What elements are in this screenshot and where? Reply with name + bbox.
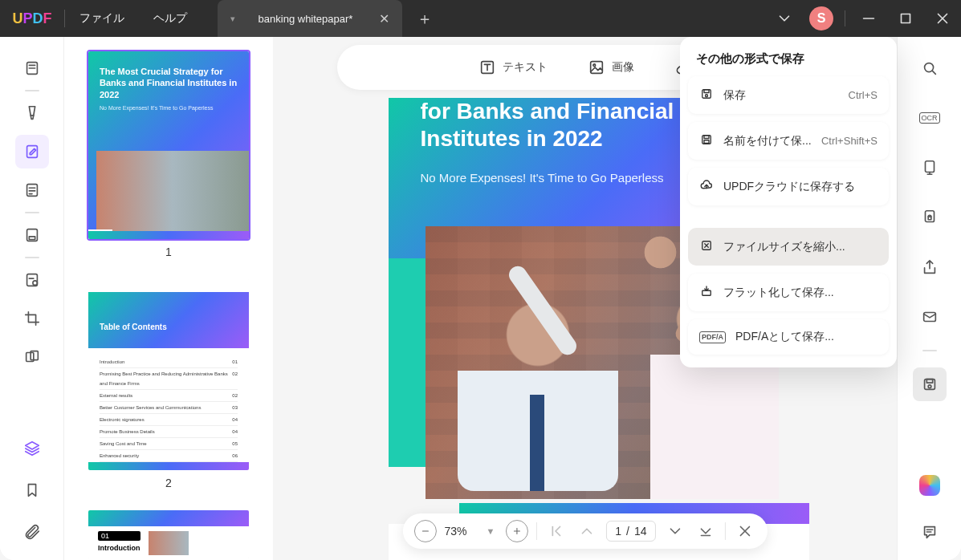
svg-point-45 <box>928 385 931 388</box>
organize-tool-icon[interactable] <box>15 218 49 252</box>
main-document-area: テキスト 画像 その他の形式で保存 保存 Ctrl+S <box>273 37 897 560</box>
image-tool-button[interactable]: 画像 <box>588 59 634 76</box>
edit-tool-icon[interactable] <box>15 135 49 168</box>
window-minimize-button[interactable] <box>850 0 887 37</box>
svg-rect-44 <box>926 379 932 383</box>
zoom-level: 73% <box>444 525 474 538</box>
bottom-toolbar: 73% ▼ 1 / 14 <box>402 513 767 549</box>
text-tool-button[interactable]: テキスト <box>478 59 548 76</box>
share-icon[interactable] <box>913 250 947 284</box>
email-icon[interactable] <box>913 300 947 334</box>
comment-icon[interactable] <box>913 515 947 549</box>
close-toolbar-button[interactable] <box>734 520 756 542</box>
save-other-formats-popover: その他の形式で保存 保存 Ctrl+S 名前を付けて保... Ctrl+Shif… <box>680 37 897 367</box>
attachment-tool-icon[interactable] <box>15 515 49 549</box>
workspace: The Most Crucial Strategy for Banks and … <box>0 37 961 560</box>
zoom-dropdown-icon[interactable]: ▼ <box>483 526 498 536</box>
crop-tool-icon[interactable] <box>15 302 49 335</box>
save-other-icon[interactable] <box>913 367 947 401</box>
bookmark-tool-icon[interactable] <box>15 473 49 507</box>
document-tab[interactable]: ▾ banking whitepapar* ✕ <box>218 0 402 37</box>
compare-tool-icon[interactable] <box>15 340 49 374</box>
thumb2-toc: Introduction01 Promising Best Practice a… <box>88 348 249 472</box>
page-indicator[interactable]: 1 / 14 <box>606 521 655 542</box>
tab-close-icon[interactable]: ✕ <box>376 11 393 26</box>
svg-rect-27 <box>704 140 709 144</box>
left-toolbar <box>0 37 64 560</box>
highlight-tool-icon[interactable] <box>15 96 49 130</box>
window-maximize-button[interactable] <box>887 0 924 37</box>
right-toolbar: OCR <box>897 37 961 560</box>
convert-icon[interactable] <box>913 151 947 185</box>
menu-pdfa[interactable]: PDF/A PDF/Aとして保存... <box>688 319 889 355</box>
menu-reduce-size[interactable]: ファイルサイズを縮小... <box>688 228 889 266</box>
titlebar: UPDF ファイル ヘルプ ▾ banking whitepapar* ✕ ＋ … <box>0 0 961 37</box>
svg-line-38 <box>932 71 935 74</box>
menu-save-as[interactable]: 名前を付けて保... Ctrl+Shift+S <box>688 122 889 160</box>
svg-point-16 <box>32 281 36 286</box>
thumbnail-page-3[interactable]: 01 Introduction <box>87 509 250 560</box>
svg-rect-29 <box>702 290 711 295</box>
svg-rect-20 <box>590 62 602 74</box>
protect-icon[interactable] <box>913 201 947 234</box>
ocr-icon[interactable]: OCR <box>913 101 947 135</box>
layers-tool-icon[interactable] <box>15 432 49 465</box>
svg-point-24 <box>706 95 708 97</box>
recent-dropdown-icon[interactable] <box>766 0 803 37</box>
zoom-out-button[interactable] <box>413 520 436 542</box>
menu-file[interactable]: ファイル <box>65 0 139 37</box>
thumb2-number: 2 <box>87 477 250 489</box>
app-logo: UPDF <box>0 10 64 27</box>
menu-flatten[interactable]: フラット化して保存... <box>688 274 889 311</box>
form-tool-icon[interactable] <box>15 173 49 207</box>
thumb1-number: 1 <box>87 246 250 258</box>
tab-title: banking whitepapar* <box>245 13 366 25</box>
ai-assistant-icon[interactable] <box>913 469 947 502</box>
svg-rect-26 <box>704 136 709 139</box>
menu-save-cloud[interactable]: UPDFクラウドに保存する <box>688 168 889 205</box>
svg-rect-39 <box>925 161 934 172</box>
user-avatar[interactable]: S <box>809 6 833 30</box>
prev-page-button[interactable] <box>576 520 598 542</box>
menu-save[interactable]: 保存 Ctrl+S <box>688 76 889 114</box>
thumb1-title: The Most Crucial Strategy for Banks and … <box>100 66 238 100</box>
redact-tool-icon[interactable] <box>15 263 49 297</box>
last-page-button[interactable] <box>694 520 717 542</box>
menu-help[interactable]: ヘルプ <box>139 0 202 37</box>
thumbnail-page-2[interactable]: Table of Contents Introduction01 Promisi… <box>87 278 250 472</box>
reader-tool-icon[interactable] <box>15 51 49 85</box>
next-page-button[interactable] <box>664 520 686 542</box>
first-page-button[interactable] <box>545 520 568 542</box>
svg-rect-1 <box>902 14 910 23</box>
new-tab-button[interactable]: ＋ <box>402 8 447 30</box>
svg-point-21 <box>592 64 595 67</box>
svg-rect-13 <box>29 237 35 240</box>
window-close-button[interactable] <box>924 0 961 37</box>
svg-rect-23 <box>704 90 709 93</box>
thumbnail-page-1[interactable]: The Most Crucial Strategy for Banks and … <box>87 50 250 241</box>
zoom-in-button[interactable] <box>506 520 528 542</box>
svg-rect-14 <box>26 274 37 286</box>
thumb1-subtitle: No More Expenses! It's Time to Go Paperl… <box>100 105 238 111</box>
tab-pin-icon: ▾ <box>230 14 235 24</box>
search-icon[interactable] <box>913 51 947 85</box>
thumb2-header: Table of Contents <box>88 292 249 348</box>
popover-title: その他の形式で保存 <box>688 48 889 76</box>
thumbnail-panel: The Most Crucial Strategy for Banks and … <box>64 37 273 560</box>
